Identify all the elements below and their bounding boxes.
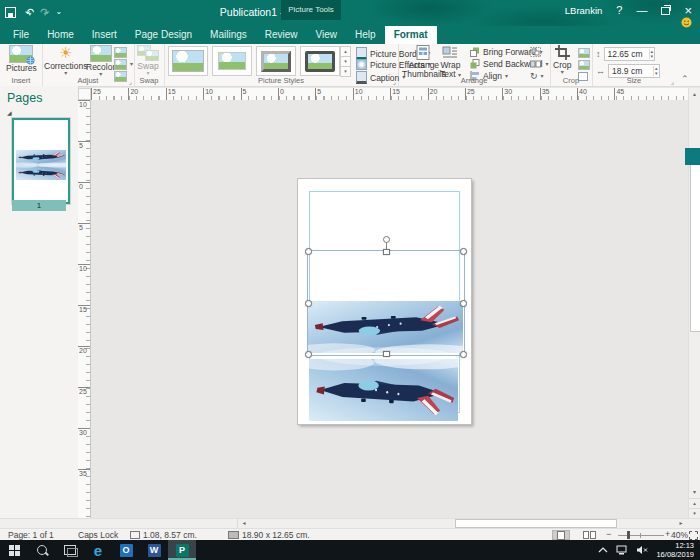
- ribbon-tab-format[interactable]: Format: [385, 26, 437, 44]
- send-backward-icon: [470, 59, 480, 69]
- wrap-text-button[interactable]: WrapText ▾: [440, 45, 461, 79]
- ribbon-tab[interactable]: File: [4, 26, 38, 44]
- taskbar-clock[interactable]: 12:13 16/08/2019: [656, 541, 694, 559]
- clock-time: 12:13: [675, 541, 694, 550]
- ribbon-tab[interactable]: Review: [256, 26, 307, 44]
- taskbar-search-button[interactable]: [28, 540, 56, 560]
- zoom-slider-track[interactable]: [618, 535, 664, 536]
- taskbar-outlook-button[interactable]: O: [112, 540, 140, 560]
- resize-handle-e[interactable]: [460, 300, 467, 307]
- help-button[interactable]: ?: [616, 5, 622, 16]
- taskbar-word-button[interactable]: W: [140, 540, 168, 560]
- fit-page-icon[interactable]: [689, 531, 698, 540]
- ruler-number: 35: [78, 469, 90, 510]
- object-size-status[interactable]: 18.90 x 12.65 cm.: [228, 530, 310, 540]
- zoom-out-button[interactable]: −: [606, 529, 611, 539]
- pictures-button[interactable]: Pictures: [6, 45, 37, 73]
- chevron-down-icon: ▾: [546, 62, 549, 67]
- volume-muted-icon[interactable]: [636, 545, 648, 555]
- tray-chevron-up-icon[interactable]: [598, 547, 608, 553]
- group-button[interactable]: [530, 47, 541, 57]
- resize-handle-w[interactable]: [305, 300, 312, 307]
- object-position-status[interactable]: 1.08, 8.57 cm.: [130, 530, 197, 540]
- redo-button[interactable]: ↷▾: [40, 6, 46, 18]
- resize-handle-n[interactable]: [383, 249, 390, 255]
- restore-button[interactable]: [661, 4, 670, 16]
- ribbon-group-picture-styles: ▴ ▾ ▾ Picture Border▾ Picture Effects▾ C…: [164, 44, 399, 86]
- zoom-in-button[interactable]: +: [665, 529, 670, 539]
- ribbon-tab[interactable]: Help: [346, 26, 385, 44]
- page-thumbnail[interactable]: [12, 118, 70, 204]
- crop-fit-button[interactable]: [578, 48, 590, 58]
- collapse-ribbon-icon[interactable]: ⌃: [681, 74, 689, 84]
- page-count-status[interactable]: Page: 1 of 1: [8, 530, 54, 540]
- horizontal-scrollbar[interactable]: ◂ ▸: [0, 518, 700, 528]
- selected-picture-frame[interactable]: [307, 250, 465, 356]
- spin-down-icon[interactable]: ▾: [651, 54, 654, 59]
- crop-button[interactable]: Crop ▾: [553, 45, 571, 75]
- close-button[interactable]: ×: [684, 5, 692, 16]
- crop-fill-button[interactable]: [578, 60, 590, 70]
- shape-height-field: ↕ 12.65 cm▴▾: [596, 47, 655, 61]
- change-picture-button[interactable]: ▾: [114, 59, 133, 70]
- pages-expand-icon[interactable]: ◢: [7, 109, 12, 116]
- ribbon-tab[interactable]: Page Design: [126, 26, 201, 44]
- resize-handle-s[interactable]: [383, 351, 390, 357]
- sun-icon: ☀: [59, 45, 72, 61]
- scroll-right-icon[interactable]: ▸: [675, 519, 687, 528]
- customize-qat-button[interactable]: ⌄: [55, 7, 62, 17]
- two-page-view-button[interactable]: [580, 530, 598, 540]
- single-page-view-button[interactable]: [552, 530, 570, 540]
- task-view-button[interactable]: [56, 540, 84, 560]
- ribbon-tab[interactable]: View: [307, 26, 347, 44]
- recolor-button[interactable]: Recolor ▾: [86, 45, 115, 77]
- ribbon-tab[interactable]: Mailings: [201, 26, 256, 44]
- chevron-down-icon: ▾: [130, 62, 133, 67]
- resize-handle-se[interactable]: [460, 351, 467, 358]
- compress-pictures-button[interactable]: [114, 47, 127, 58]
- swap-button[interactable]: Swap ▾: [137, 45, 159, 76]
- ruler-origin-box[interactable]: [78, 88, 91, 100]
- corrections-button[interactable]: ☀ Corrections ▾: [44, 45, 87, 76]
- airplane-photo-mirrored[interactable]: [309, 359, 458, 421]
- resize-handle-ne[interactable]: [460, 248, 467, 255]
- size-dialog-launcher-icon[interactable]: ⌟: [671, 78, 674, 85]
- undo-button[interactable]: ↶▾: [25, 6, 31, 18]
- scroll-down-icon[interactable]: ▾: [689, 486, 700, 498]
- picture-style-tile[interactable]: [300, 46, 340, 76]
- taskbar-edge-button[interactable]: e: [84, 540, 112, 560]
- height-spinbox[interactable]: 12.65 cm▴▾: [604, 47, 656, 61]
- outlook-icon: O: [120, 544, 133, 557]
- scroll-left-icon[interactable]: ◂: [237, 519, 250, 528]
- publication-page[interactable]: [297, 178, 472, 425]
- ribbon-tab-bar: FileHomeInsertPage DesignMailingsReviewV…: [0, 26, 700, 44]
- network-icon[interactable]: [616, 545, 628, 555]
- vertical-scrollbar-thumb[interactable]: [690, 158, 700, 332]
- resize-handle-nw[interactable]: [305, 248, 312, 255]
- picture-style-tile[interactable]: [212, 46, 252, 76]
- picture-style-tile[interactable]: [168, 46, 208, 76]
- picture-effects-icon: [356, 59, 367, 70]
- ungroup-button[interactable]: [530, 59, 541, 69]
- taskbar-publisher-button[interactable]: P: [168, 540, 196, 560]
- picture-styles-dialog-launcher-icon[interactable]: ⌟: [393, 78, 396, 85]
- rotation-handle[interactable]: [383, 236, 390, 243]
- start-button[interactable]: [0, 540, 28, 560]
- resize-handle-sw[interactable]: [305, 351, 312, 358]
- vertical-ruler[interactable]: 10505101520253035: [78, 100, 91, 518]
- zoom-slider-thumb[interactable]: [627, 531, 630, 539]
- save-icon[interactable]: [5, 7, 16, 18]
- page-thumbnail-number[interactable]: 1: [12, 200, 66, 211]
- scroll-up-icon[interactable]: ▴: [689, 88, 700, 100]
- ribbon-tab[interactable]: Home: [38, 26, 83, 44]
- ribbon-tab[interactable]: Insert: [83, 26, 126, 44]
- zoom-level[interactable]: 40%: [671, 530, 688, 540]
- adjust-dialog-launcher-icon[interactable]: ⌟: [129, 78, 132, 85]
- feedback-smiley-icon[interactable]: [681, 17, 692, 28]
- picture-style-tile[interactable]: [256, 46, 296, 76]
- bring-forward-icon: [470, 47, 480, 57]
- horizontal-scrollbar-thumb[interactable]: [455, 519, 617, 528]
- account-name[interactable]: LBrankin: [565, 5, 603, 16]
- minimize-button[interactable]: —: [636, 5, 647, 16]
- document-canvas[interactable]: [91, 100, 688, 518]
